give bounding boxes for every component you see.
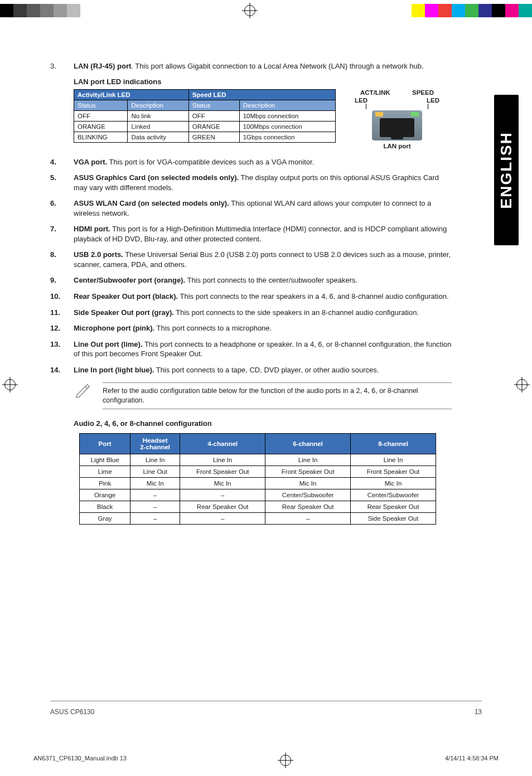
led-heading: LAN port LED indications <box>74 77 452 86</box>
swatch <box>425 4 438 17</box>
table-cell: Front Speaker Out <box>180 466 265 478</box>
print-registration-row <box>0 0 532 21</box>
list-item: 14.Line In port (light blue). This port … <box>50 365 452 375</box>
table-cell: 1Gbps connection <box>239 132 335 142</box>
led-table: Activity/Link LED Speed LED StatusDescri… <box>74 89 336 143</box>
figure-label: ACT/LINK <box>360 89 390 96</box>
table-cell: – <box>130 501 180 513</box>
item-number: 3. <box>50 61 74 71</box>
table-cell: Lime <box>80 466 130 478</box>
table-header: 6-channel <box>265 434 351 454</box>
table-cell: Front Speaker Out <box>351 466 436 478</box>
table-cell: – <box>130 489 180 501</box>
table-subheader: Status <box>74 100 128 110</box>
table-cell: – <box>130 513 180 525</box>
table-cell: Line In <box>130 454 180 466</box>
item-number: 6. <box>50 198 74 218</box>
footer-rule <box>50 701 482 701</box>
table-cell: No link <box>128 110 188 121</box>
table-cell: Rear Speaker Out <box>265 501 351 513</box>
table-cell: Linked <box>128 121 188 132</box>
item-number: 9. <box>50 275 74 285</box>
swatch <box>80 4 94 17</box>
list-item: 13.Line Out port (lime). This port conne… <box>50 340 452 359</box>
swatch <box>54 4 67 17</box>
swatch <box>398 4 412 17</box>
table-header: 4-channel <box>180 434 265 454</box>
table-row: Orange––Center/SubwooferCenter/Subwoofer <box>80 489 436 501</box>
item-title: HDMI port. <box>74 225 110 233</box>
table-header: Activity/Link LED <box>74 89 189 100</box>
item-text: This port connects to a tape, CD, DVD pl… <box>154 366 379 374</box>
table-cell: Line In <box>265 454 351 466</box>
table-cell: Center/Subwoofer <box>265 489 351 501</box>
table-header: Speed LED <box>188 89 335 100</box>
table-subheader: Description <box>128 100 188 110</box>
table-cell: Mic In <box>180 478 265 489</box>
item-title: USB 2.0 ports. <box>74 250 123 259</box>
item-title: ASUS Graphics Card (on selected models o… <box>74 173 239 182</box>
figure-label: LED <box>355 97 367 104</box>
item-text: This port is for VGA-compatible devices … <box>107 158 314 166</box>
swatch <box>13 4 27 17</box>
item-text: . This port allows Gigabit connection to… <box>131 62 423 70</box>
item-text: These Universal Serial Bus 2.0 (USB 2.0)… <box>74 250 451 269</box>
item-text: This port connects to the rear speakers … <box>178 292 448 300</box>
item-number: 4. <box>50 157 74 167</box>
list-item: 3. LAN (RJ-45) port. This port allows Gi… <box>50 61 452 71</box>
job-timestamp: 4/14/11 4:58:34 PM <box>445 755 499 766</box>
table-cell: Mic In <box>265 478 351 489</box>
figure-label: SPEED <box>412 89 434 96</box>
item-number: 11. <box>50 308 74 318</box>
table-row: Black–Rear Speaker OutRear Speaker OutRe… <box>80 501 436 513</box>
item-title: LAN (RJ-45) port <box>74 62 131 70</box>
swatch <box>438 4 452 17</box>
list-item: 7.HDMI port. This port is for a High-Def… <box>50 224 452 244</box>
table-header: Headset2-channel <box>130 434 180 454</box>
page-footer: ASUS CP6130 13 <box>50 708 482 716</box>
item-title: Center/Subwoofer port (orange). <box>74 276 185 284</box>
item-title: ASUS WLAN Card (on selected models only)… <box>74 199 229 207</box>
item-number: 13. <box>50 340 74 359</box>
table-row: BLINKINGData activityGREEN1Gbps connecti… <box>74 132 336 142</box>
table-cell: 10Mbps connection <box>239 110 335 121</box>
table-cell: Front Speaker Out <box>265 466 351 478</box>
registration-target-icon <box>244 5 255 16</box>
table-row: Light BlueLine InLine InLine InLine In <box>80 454 436 466</box>
figure-caption: LAN port <box>352 143 442 149</box>
table-row: Gray–––Side Speaker Out <box>80 513 436 525</box>
footer-model: ASUS CP6130 <box>50 708 94 716</box>
item-text: This port connects to the side speakers … <box>174 308 419 317</box>
table-cell: Gray <box>80 513 130 525</box>
table-cell: Side Speaker Out <box>351 513 436 525</box>
swatch <box>452 4 465 17</box>
table-cell: Rear Speaker Out <box>351 501 436 513</box>
item-number: 12. <box>50 323 74 333</box>
table-cell: Rear Speaker Out <box>180 501 265 513</box>
swatch <box>40 4 54 17</box>
table-row: LimeLine OutFront Speaker OutFront Speak… <box>80 466 436 478</box>
item-number: 14. <box>50 365 74 375</box>
swatch <box>465 4 478 17</box>
item-number: 7. <box>50 224 74 244</box>
item-title: Line In port (light blue). <box>74 366 154 374</box>
table-cell: GREEN <box>188 132 239 142</box>
list-item: 9.Center/Subwoofer port (orange). This p… <box>50 275 452 285</box>
registration-target-icon <box>280 755 291 766</box>
footer-page: 13 <box>475 708 482 716</box>
print-job-line: AN6371_CP6130_Manual.indb 13 4/14/11 4:5… <box>33 755 499 766</box>
item-number: 10. <box>50 292 74 302</box>
table-header: Port <box>80 434 130 454</box>
swatch <box>505 4 519 17</box>
item-title: Rear Speaker Out port (black). <box>74 292 178 300</box>
swatch <box>492 4 505 17</box>
table-cell: Orange <box>80 489 130 501</box>
list-item: 11.Side Speaker Out port (gray). This po… <box>50 308 452 318</box>
list-item: 8.USB 2.0 ports. These Universal Serial … <box>50 250 452 269</box>
table-cell: OFF <box>188 110 239 121</box>
figure-label: LED <box>427 97 439 104</box>
table-cell: Line In <box>351 454 436 466</box>
table-cell: Light Blue <box>80 454 130 466</box>
table-cell: Pink <box>80 478 130 489</box>
table-cell: Line In <box>180 454 265 466</box>
